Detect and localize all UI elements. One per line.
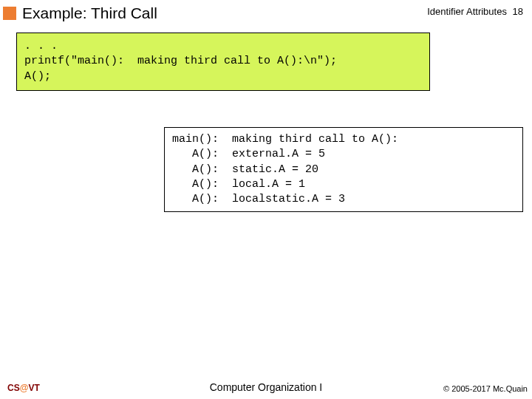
category-label: Identifier Attributes: [427, 6, 507, 17]
footer-copyright: © 2005-2017 Mc.Quain: [443, 384, 528, 393]
code-snippet-box: . . . printf("main(): making third call …: [16, 33, 430, 91]
footer-at: @: [20, 383, 29, 393]
header-right: Identifier Attributes 18: [427, 6, 523, 17]
slide-footer: CS@VT Computer Organization I © 2005-201…: [0, 378, 532, 393]
page-number: 18: [513, 6, 523, 17]
footer-vt: VT: [28, 383, 39, 393]
footer-cs: CS: [7, 383, 20, 393]
accent-square-icon: [3, 7, 16, 20]
slide-title: Example: Third Call: [22, 4, 157, 22]
output-box: main(): making third call to A(): A(): e…: [164, 127, 523, 212]
footer-left-logo: CS@VT: [7, 383, 40, 393]
slide-header: Example: Third Call Identifier Attribute…: [0, 0, 532, 25]
footer-center: Computer Organization I: [210, 381, 323, 393]
